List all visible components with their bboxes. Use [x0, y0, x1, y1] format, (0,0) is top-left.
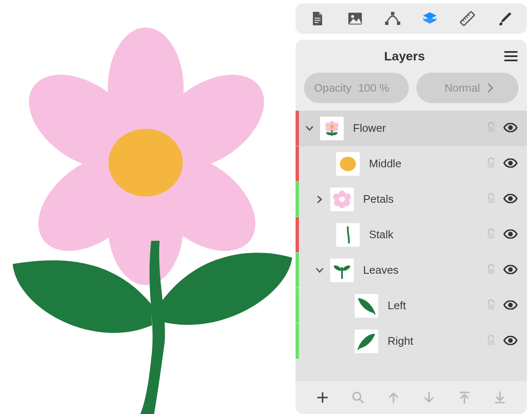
layer-row-leaves[interactable]: Leaves — [296, 253, 527, 288]
vector-tab[interactable] — [384, 10, 402, 27]
arrow-down-icon — [423, 391, 434, 404]
svg-rect-31 — [488, 162, 494, 168]
brush-tab[interactable] — [496, 10, 514, 27]
search-layers-button[interactable] — [340, 391, 376, 404]
svg-rect-15 — [460, 11, 475, 26]
disclosure-toggle[interactable] — [312, 267, 327, 273]
layer-thumbnail — [320, 117, 344, 140]
svg-point-36 — [344, 193, 351, 200]
move-up-button[interactable] — [376, 391, 411, 404]
svg-point-43 — [508, 232, 513, 236]
layer-color-bar — [296, 111, 299, 146]
layer-name[interactable]: Flower — [353, 122, 486, 135]
visibility-toggle[interactable] — [503, 158, 518, 169]
layers-panel: Layers Opacity 100 % Normal Flower — [296, 40, 527, 414]
document-tab[interactable] — [309, 10, 326, 27]
layer-properties-row: Opacity 100 % Normal — [296, 73, 527, 111]
move-down-button[interactable] — [411, 391, 447, 404]
svg-rect-42 — [488, 233, 494, 239]
svg-rect-12 — [385, 22, 388, 25]
blend-mode-control[interactable]: Normal — [416, 73, 518, 103]
disclosure-toggle[interactable] — [312, 195, 327, 204]
chevron-right-icon — [488, 83, 494, 93]
blend-mode-value: Normal — [445, 82, 480, 95]
move-top-button[interactable] — [447, 391, 482, 404]
layer-thumbnail — [336, 152, 360, 176]
search-icon — [351, 391, 365, 404]
lock-toggle[interactable] — [486, 300, 496, 312]
visibility-toggle[interactable] — [503, 194, 518, 205]
svg-rect-45 — [488, 269, 494, 274]
layer-color-bar — [296, 182, 299, 217]
image-icon — [348, 12, 362, 25]
visibility-toggle[interactable] — [503, 300, 518, 311]
layer-thumbnail — [355, 330, 378, 353]
add-layer-button[interactable] — [305, 391, 340, 404]
layers-menu-button[interactable] — [504, 51, 518, 61]
arrow-bottom-icon — [494, 391, 505, 404]
opacity-control[interactable]: Opacity 100 % — [304, 73, 409, 103]
vector-icon — [384, 12, 401, 25]
layer-name[interactable]: Right — [388, 335, 486, 348]
lock-toggle[interactable] — [486, 122, 496, 135]
layer-name[interactable]: Leaves — [363, 264, 486, 277]
layers-title: Layers — [305, 49, 504, 63]
svg-point-41 — [508, 196, 513, 201]
image-tab[interactable] — [346, 10, 364, 27]
layer-list[interactable]: Flower Middle Petals Stalk Leaves — [296, 111, 527, 381]
svg-rect-44 — [341, 267, 343, 279]
lock-toggle[interactable] — [486, 158, 496, 170]
svg-line-16 — [463, 20, 464, 22]
layer-color-bar — [296, 253, 299, 288]
opacity-label: Opacity — [314, 82, 351, 95]
svg-rect-13 — [397, 22, 400, 25]
svg-rect-28 — [488, 127, 494, 132]
visibility-toggle[interactable] — [503, 336, 518, 347]
layers-bottom-bar — [296, 381, 527, 414]
layer-row-petals[interactable]: Petals — [296, 182, 527, 217]
lock-toggle[interactable] — [486, 335, 496, 348]
svg-point-46 — [508, 267, 513, 272]
svg-point-39 — [339, 197, 345, 202]
svg-rect-49 — [488, 340, 494, 345]
layer-row-flower[interactable]: Flower — [296, 111, 527, 146]
svg-line-19 — [468, 14, 470, 16]
svg-point-6 — [109, 129, 183, 196]
lock-toggle[interactable] — [486, 193, 496, 206]
ruler-tab[interactable] — [459, 10, 476, 27]
layers-header: Layers — [296, 40, 527, 73]
layers-tab-active[interactable] — [421, 10, 439, 27]
layer-name[interactable]: Left — [388, 299, 486, 312]
svg-rect-8 — [315, 20, 320, 21]
svg-point-11 — [351, 15, 354, 18]
layer-color-bar — [296, 324, 299, 359]
layer-row-middle[interactable]: Middle — [296, 146, 527, 182]
svg-rect-27 — [331, 130, 333, 136]
svg-rect-47 — [488, 304, 494, 310]
lock-toggle[interactable] — [486, 264, 496, 277]
layer-name[interactable]: Stalk — [369, 228, 486, 241]
svg-rect-40 — [488, 198, 494, 203]
lock-toggle[interactable] — [486, 229, 496, 241]
layer-row-stalk[interactable]: Stalk — [296, 217, 527, 253]
layer-row-right[interactable]: Right — [296, 324, 527, 359]
visibility-toggle[interactable] — [503, 229, 518, 240]
svg-point-32 — [508, 161, 513, 165]
layer-row-left[interactable]: Left — [296, 288, 527, 324]
svg-point-35 — [333, 193, 340, 200]
layer-thumbnail — [355, 294, 378, 318]
move-bottom-button[interactable] — [482, 391, 518, 404]
canvas[interactable] — [0, 0, 292, 414]
layer-color-bar — [296, 217, 299, 252]
svg-point-30 — [340, 157, 356, 171]
visibility-toggle[interactable] — [503, 123, 518, 134]
disclosure-toggle[interactable] — [302, 125, 317, 131]
layer-name[interactable]: Middle — [369, 157, 486, 170]
svg-point-26 — [330, 125, 334, 129]
layer-thumbnail — [336, 223, 360, 247]
svg-rect-9 — [315, 22, 319, 23]
inspector-tabs — [296, 3, 527, 34]
visibility-toggle[interactable] — [503, 265, 518, 276]
layer-name[interactable]: Petals — [363, 193, 486, 206]
svg-rect-14 — [391, 12, 394, 15]
